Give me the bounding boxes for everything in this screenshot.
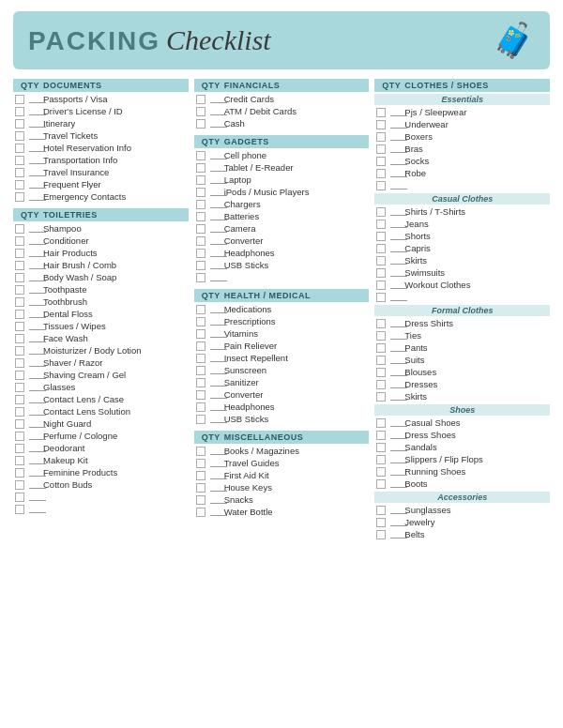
checkbox[interactable] — [15, 493, 24, 502]
checkbox[interactable] — [196, 261, 205, 270]
checkbox[interactable] — [196, 471, 205, 480]
checkbox[interactable] — [376, 418, 386, 428]
checkbox[interactable] — [196, 249, 205, 258]
checkbox[interactable] — [196, 341, 205, 351]
checkbox[interactable] — [376, 207, 386, 217]
checkbox[interactable] — [15, 456, 24, 465]
checkbox[interactable] — [376, 356, 386, 365]
checkbox[interactable] — [15, 432, 24, 441]
checkbox[interactable] — [196, 317, 205, 326]
checkbox[interactable] — [376, 443, 386, 452]
checkbox[interactable] — [196, 495, 205, 505]
checkbox[interactable] — [15, 322, 24, 331]
checkbox[interactable] — [196, 459, 205, 468]
checkbox[interactable] — [15, 505, 24, 514]
checkbox[interactable] — [376, 169, 386, 178]
checkbox[interactable] — [376, 144, 386, 154]
checkbox[interactable] — [15, 358, 24, 368]
checkbox[interactable] — [15, 297, 24, 307]
checkbox[interactable] — [15, 346, 24, 356]
checkbox[interactable] — [196, 447, 205, 456]
checkbox[interactable] — [376, 132, 386, 142]
list-item — [13, 503, 189, 515]
checkbox[interactable] — [15, 95, 24, 104]
checkbox[interactable] — [196, 366, 205, 375]
checkbox[interactable] — [15, 444, 24, 453]
checkbox[interactable] — [15, 192, 24, 202]
checkbox[interactable] — [15, 107, 24, 116]
list-item: Credit Cards — [194, 93, 370, 105]
checkbox[interactable] — [15, 383, 24, 392]
checkbox[interactable] — [376, 343, 386, 353]
checkbox[interactable] — [196, 95, 205, 104]
list-item: Socks — [374, 155, 550, 167]
checkbox[interactable] — [15, 249, 24, 258]
checkbox[interactable] — [376, 293, 386, 302]
checkbox[interactable] — [196, 175, 205, 185]
checkbox[interactable] — [376, 331, 386, 341]
checkbox[interactable] — [15, 310, 24, 319]
checkbox[interactable] — [15, 224, 24, 234]
checkbox[interactable] — [15, 131, 24, 141]
checkbox[interactable] — [196, 402, 205, 412]
checkbox[interactable] — [376, 506, 386, 515]
checkbox[interactable] — [376, 467, 386, 477]
checkbox[interactable] — [15, 180, 24, 190]
list-item: Ties — [374, 329, 550, 341]
checkbox[interactable] — [15, 407, 24, 417]
checkbox[interactable] — [376, 181, 386, 190]
checkbox[interactable] — [15, 144, 24, 153]
checkbox[interactable] — [376, 157, 386, 166]
checkbox[interactable] — [376, 220, 386, 229]
checkbox[interactable] — [15, 334, 24, 343]
checkbox[interactable] — [196, 163, 205, 173]
checkbox[interactable] — [196, 508, 205, 517]
checkbox[interactable] — [196, 378, 205, 387]
checkbox[interactable] — [15, 236, 24, 246]
checkbox[interactable] — [196, 224, 205, 234]
checkbox[interactable] — [15, 273, 24, 282]
checkbox[interactable] — [376, 108, 386, 117]
checkbox[interactable] — [376, 319, 386, 328]
checkbox[interactable] — [376, 380, 386, 389]
checkbox[interactable] — [196, 305, 205, 314]
checkbox[interactable] — [15, 395, 24, 404]
checkbox[interactable] — [15, 468, 24, 478]
list-item: iPods / Music Players — [194, 186, 370, 198]
checkbox[interactable] — [196, 188, 205, 197]
checkbox[interactable] — [15, 480, 24, 490]
checkbox[interactable] — [196, 236, 205, 246]
checkbox[interactable] — [196, 212, 205, 221]
checkbox[interactable] — [196, 273, 205, 282]
checkbox[interactable] — [196, 107, 205, 116]
checkbox[interactable] — [376, 244, 386, 253]
checkbox[interactable] — [376, 256, 386, 265]
checkbox[interactable] — [196, 151, 205, 160]
checkbox[interactable] — [15, 119, 24, 129]
checkbox[interactable] — [376, 281, 386, 290]
checkbox[interactable] — [376, 268, 386, 278]
checkbox[interactable] — [196, 200, 205, 209]
checkbox[interactable] — [376, 368, 386, 377]
checkbox[interactable] — [376, 232, 386, 241]
checkbox[interactable] — [196, 483, 205, 493]
checkbox[interactable] — [376, 392, 386, 402]
checkbox[interactable] — [15, 419, 24, 429]
checkbox[interactable] — [376, 530, 386, 539]
checkbox[interactable] — [196, 354, 205, 363]
checkbox[interactable] — [196, 415, 205, 424]
checkbox[interactable] — [15, 285, 24, 295]
checkbox[interactable] — [15, 371, 24, 380]
checkbox[interactable] — [15, 261, 24, 270]
list-item: Boots — [374, 478, 550, 490]
checkbox[interactable] — [376, 120, 386, 129]
checkbox[interactable] — [196, 329, 205, 339]
checkbox[interactable] — [376, 431, 386, 440]
checkbox[interactable] — [376, 518, 386, 527]
checkbox[interactable] — [15, 156, 24, 165]
checkbox[interactable] — [196, 390, 205, 400]
checkbox[interactable] — [196, 119, 205, 129]
checkbox[interactable] — [376, 479, 386, 489]
checkbox[interactable] — [376, 455, 386, 464]
checkbox[interactable] — [15, 168, 24, 177]
